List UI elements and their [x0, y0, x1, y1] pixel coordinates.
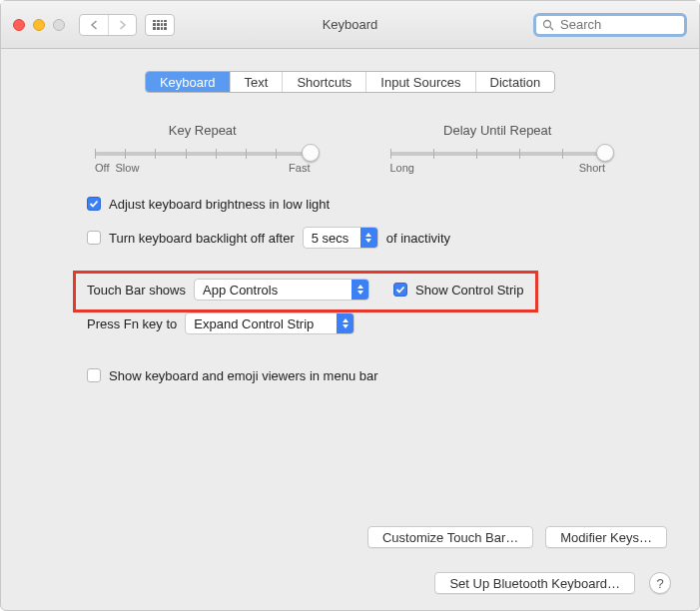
bluetooth-keyboard-button[interactable]: Set Up Bluetooth Keyboard… — [434, 572, 635, 594]
stepper-icon — [351, 280, 368, 300]
minimize-icon[interactable] — [33, 19, 45, 31]
backlight-label-pre: Turn keyboard backlight off after — [109, 231, 295, 246]
help-button[interactable]: ? — [649, 572, 671, 594]
show-all-button[interactable] — [145, 14, 175, 36]
touchbar-label: Touch Bar shows — [87, 283, 186, 298]
traffic-lights — [13, 19, 65, 31]
tab-keyboard[interactable]: Keyboard — [146, 72, 230, 92]
delay-label: Delay Until Repeat — [390, 123, 606, 138]
key-repeat-group: Key Repeat OffSlow Fast — [95, 123, 311, 174]
nav-buttons — [79, 14, 137, 36]
fn-value: Expand Control Strip — [194, 316, 314, 331]
modifier-keys-button[interactable]: Modifier Keys… — [545, 526, 667, 548]
brightness-label: Adjust keyboard brightness in low light — [109, 197, 330, 212]
controlstrip-label: Show Control Strip — [415, 283, 523, 298]
button-row-1: Customize Touch Bar… Modifier Keys… — [367, 526, 667, 548]
scale-fast: Fast — [289, 162, 310, 174]
scale-slow: Slow — [115, 162, 139, 174]
titlebar: Keyboard — [1, 1, 699, 49]
menubar-checkbox[interactable] — [87, 368, 101, 382]
backlight-checkbox[interactable] — [87, 231, 101, 245]
fn-label: Press Fn key to — [87, 316, 177, 331]
delay-group: Delay Until Repeat Long Short — [390, 123, 606, 174]
brightness-checkbox[interactable] — [87, 197, 101, 211]
stepper-icon — [337, 313, 353, 333]
key-repeat-slider[interactable] — [95, 152, 311, 156]
forward-button[interactable] — [108, 15, 136, 35]
tabs: Keyboard Text Shortcuts Input Sources Di… — [25, 71, 675, 93]
controlstrip-checkbox[interactable] — [393, 283, 407, 297]
scale-short: Short — [579, 162, 605, 174]
backlight-label-post: of inactivity — [386, 231, 450, 246]
delay-slider[interactable] — [390, 152, 606, 156]
tab-dictation[interactable]: Dictation — [475, 72, 555, 92]
svg-point-0 — [544, 20, 551, 27]
tab-shortcuts[interactable]: Shortcuts — [282, 72, 365, 92]
fn-select[interactable]: Expand Control Strip — [185, 312, 354, 334]
tab-text[interactable]: Text — [230, 72, 283, 92]
close-icon[interactable] — [13, 19, 25, 31]
grid-icon — [153, 20, 167, 30]
prefs-window: Keyboard Keyboard Text Shortcuts Input S… — [0, 0, 700, 611]
customize-touchbar-button[interactable]: Customize Touch Bar… — [367, 526, 533, 548]
touchbar-value: App Controls — [203, 283, 278, 298]
scale-long: Long — [390, 162, 414, 174]
backlight-time-value: 5 secs — [312, 231, 350, 246]
search-icon — [542, 19, 554, 31]
svg-line-1 — [550, 27, 553, 30]
scale-off: Off — [95, 162, 109, 174]
stepper-icon — [360, 228, 377, 248]
body: Keyboard Text Shortcuts Input Sources Di… — [1, 49, 699, 401]
key-repeat-label: Key Repeat — [95, 123, 311, 138]
search-field[interactable] — [533, 13, 687, 37]
tab-input-sources[interactable]: Input Sources — [365, 72, 474, 92]
backlight-time-select[interactable]: 5 secs — [303, 227, 378, 249]
menubar-label: Show keyboard and emoji viewers in menu … — [109, 368, 378, 383]
back-button[interactable] — [80, 15, 108, 35]
touchbar-select[interactable]: App Controls — [194, 279, 369, 301]
sliders: Key Repeat OffSlow Fast Delay Until Repe… — [95, 123, 605, 174]
zoom-icon — [53, 19, 65, 31]
search-input[interactable] — [558, 16, 678, 33]
button-row-2: Set Up Bluetooth Keyboard… ? — [434, 572, 671, 594]
options: Adjust keyboard brightness in low light … — [87, 192, 675, 387]
